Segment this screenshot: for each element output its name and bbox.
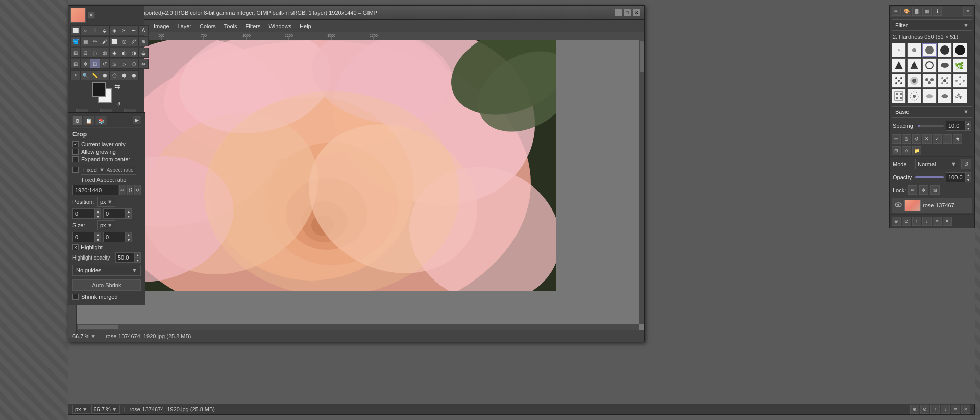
menu-colors[interactable]: Colors	[195, 22, 220, 30]
opacity-value-down[interactable]: ▼	[965, 177, 971, 182]
foreground-color[interactable]	[92, 82, 106, 97]
tool-smudge[interactable]: ◉	[109, 48, 119, 58]
pos-x-down[interactable]: ▼	[95, 214, 101, 219]
action-refresh-icon[interactable]: ↺	[912, 134, 921, 144]
scrollbar-horizontal[interactable]	[77, 324, 639, 330]
info-icon-btn[interactable]: ℹ	[933, 7, 942, 16]
pos-y-up[interactable]: ▲	[126, 208, 132, 214]
highlight-checkbox[interactable]	[72, 244, 79, 250]
opacity-up[interactable]: ▲	[135, 252, 141, 258]
expand-from-center-checkbox[interactable]	[72, 156, 79, 162]
basic-dropdown[interactable]: Basic. ▼	[892, 106, 972, 118]
tool-scale[interactable]: ⇲	[109, 59, 119, 69]
size-x-input[interactable]	[72, 232, 95, 242]
action-new-icon[interactable]: ★	[953, 134, 962, 144]
bottom-unit-dropdown[interactable]: px ▼	[72, 405, 90, 414]
spacing-up[interactable]: ▲	[965, 121, 971, 126]
menu-filters[interactable]: Filters	[241, 22, 265, 30]
swap-colors-icon[interactable]: ⇆	[114, 82, 120, 90]
tool-crop[interactable]: ⊡	[90, 59, 100, 69]
brush-item[interactable]	[922, 74, 937, 88]
spacing-slider[interactable]	[918, 125, 944, 127]
bottom-btn-1[interactable]: ⊕	[910, 405, 919, 414]
size-unit-dropdown[interactable]: px ▼	[97, 220, 115, 230]
opacity-value-up[interactable]: ▲	[965, 172, 971, 177]
allow-growing-checkbox[interactable]	[72, 149, 79, 155]
brush-item[interactable]	[922, 58, 937, 73]
tab-layers[interactable]: 📚	[95, 116, 107, 125]
menu-help[interactable]: Help	[296, 22, 315, 30]
brush-item[interactable]	[938, 74, 952, 88]
auto-shrink-button[interactable]: Auto Shrink	[72, 279, 141, 291]
tool-warp[interactable]: ⬢	[119, 70, 129, 80]
menu-tools[interactable]: Tools	[220, 22, 241, 30]
highlight-opacity-input[interactable]	[115, 252, 135, 263]
tool-select-color[interactable]: ◈	[109, 25, 119, 35]
brush-item[interactable]	[938, 43, 952, 57]
menu-layer[interactable]: Layer	[174, 22, 196, 30]
size-x-down[interactable]: ▼	[95, 237, 101, 242]
action-copy-icon[interactable]: ⊕	[902, 134, 911, 144]
tool-airbrush[interactable]: ◎	[119, 36, 129, 46]
fg-bg-colors[interactable]: ⇆ ↺	[92, 82, 120, 107]
panel-menu-btn[interactable]: ≡	[963, 7, 972, 16]
size-x-up[interactable]: ▲	[95, 232, 101, 237]
spacing-input[interactable]	[946, 121, 965, 131]
action-to-path-icon[interactable]: →	[943, 134, 952, 144]
layer-btn-4[interactable]: ↓	[922, 217, 932, 226]
brush-item[interactable]	[938, 89, 952, 103]
brush-item[interactable]	[938, 58, 952, 73]
tool-rect-select[interactable]: ⬜	[70, 25, 81, 35]
spacing-down[interactable]: ▼	[965, 126, 971, 131]
layer-btn-1[interactable]: ⊕	[892, 217, 901, 226]
lock-pixels-btn[interactable]: ✏	[908, 185, 917, 195]
brush-item[interactable]	[907, 74, 921, 88]
layer-row[interactable]: rose-137467	[892, 198, 972, 213]
maximize-button[interactable]: □	[624, 9, 631, 16]
action-delete-icon[interactable]: ✕	[922, 134, 932, 144]
minimize-button[interactable]: ─	[615, 9, 622, 16]
tool-heal[interactable]: ⊞	[70, 48, 81, 58]
brush-item[interactable]	[922, 89, 937, 103]
brush-item[interactable]	[953, 74, 967, 88]
brush-item-selected[interactable]	[922, 43, 937, 57]
pos-y-down[interactable]: ▼	[126, 214, 132, 219]
lock-position-btn[interactable]: ✥	[919, 185, 928, 195]
opacity-slider[interactable]	[915, 176, 944, 178]
bottom-zoom-dropdown[interactable]: 66.7 % ▼	[91, 405, 120, 414]
scrollbar-vertical[interactable]	[639, 40, 644, 324]
tool-perspective-clone[interactable]: ⊟	[80, 48, 90, 58]
brush-item[interactable]	[953, 43, 967, 57]
size-y-input[interactable]	[103, 232, 126, 242]
tool-fuzzy-select[interactable]: ⬙	[100, 25, 110, 35]
tool-paintbrush[interactable]: 🖌	[100, 36, 110, 46]
expand-button[interactable]: ▶	[133, 116, 141, 124]
fixed-checkbox[interactable]	[72, 167, 79, 173]
brush-item[interactable]	[892, 74, 906, 88]
opacity-value-input[interactable]	[946, 172, 965, 182]
menu-image[interactable]: Image	[150, 22, 174, 30]
tool-free-select[interactable]: ⌇	[90, 25, 100, 35]
opacity-down[interactable]: ▼	[135, 258, 141, 263]
chain-dimensions-button[interactable]: ⛓	[127, 185, 134, 195]
no-guides-dropdown[interactable]: No guides ▼	[72, 265, 141, 276]
gradient-icon-btn[interactable]: ▓	[912, 7, 921, 16]
brush-item[interactable]	[907, 58, 921, 73]
brush-item[interactable]	[907, 43, 921, 57]
tool-measure[interactable]: 📏	[90, 70, 100, 80]
filter-dropdown[interactable]: Filter ▼	[892, 19, 972, 31]
tool-color-picker[interactable]: ⌖	[70, 70, 81, 80]
tool-align[interactable]: ⊞	[70, 59, 81, 69]
action-text-icon[interactable]: A	[902, 146, 911, 155]
pos-x-up[interactable]: ▲	[95, 208, 101, 214]
close-thumbnail-button[interactable]: ✕	[88, 12, 95, 19]
tool-path[interactable]: ✒	[129, 25, 139, 35]
shrink-merged-checkbox[interactable]	[72, 294, 79, 300]
mode-extra-btn[interactable]: ↺	[961, 159, 971, 169]
tool-clone[interactable]: ⊕	[138, 36, 149, 46]
action-apply-icon[interactable]: ✓	[933, 134, 942, 144]
tool-rotate[interactable]: ↺	[100, 59, 110, 69]
tool-bucket[interactable]: 🪣	[70, 36, 81, 46]
current-layer-only-checkbox[interactable]	[72, 141, 79, 147]
close-button[interactable]: ✕	[633, 9, 640, 16]
